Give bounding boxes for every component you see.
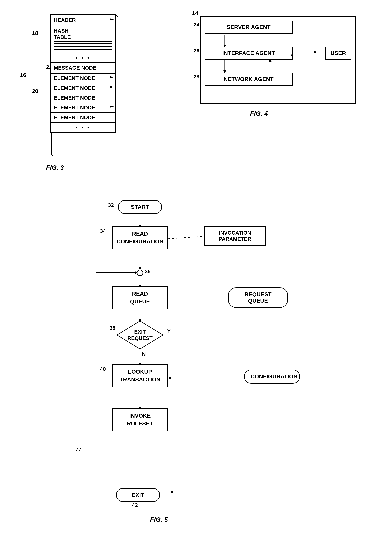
fig3-hash-table: HASH TABLE: [51, 26, 115, 54]
fig3-stack: HEADER HASH TABLE •: [50, 14, 116, 133]
svg-marker-12: [110, 106, 114, 108]
fig5-read-config: READCONFIGURATION: [112, 226, 168, 249]
svg-line-47: [164, 236, 210, 239]
svg-marker-14: [223, 45, 226, 48]
fig3-caption: FIG. 3: [46, 164, 64, 171]
fig5-caption: FIG. 5: [150, 516, 168, 523]
fig5-arrows: [40, 196, 350, 540]
brace-16: [25, 14, 35, 154]
label-36: 36: [145, 268, 151, 275]
label-28: 28: [194, 74, 200, 80]
label-26: 26: [194, 48, 200, 54]
label-42: 42: [132, 502, 138, 508]
svg-marker-53: [117, 321, 163, 349]
fig3-element-node-4: ELEMENT NODE: [51, 103, 115, 113]
fig3-element-node-1: ELEMENT NODE: [51, 74, 115, 83]
fig5-section: START 32 READCONFIGURATION 34 INVOCATION…: [40, 196, 350, 548]
fig5-lookup-transaction: LOOKUPTRANSACTION: [112, 364, 168, 387]
fig5-request-queue: REQUEST QUEUE: [228, 287, 288, 308]
fig5-start: START: [118, 200, 162, 214]
label-38: 38: [110, 325, 115, 331]
svg-marker-22: [290, 54, 293, 56]
svg-marker-52: [168, 377, 171, 379]
svg-marker-10: [110, 76, 114, 78]
svg-text:EXIT: EXIT: [134, 329, 146, 335]
fig3-dots-1: • • •: [51, 54, 115, 63]
fig5-invocation-param: INVOCATIONPARAMETER: [204, 226, 266, 246]
fig5-exit-request: EXIT REQUEST: [116, 320, 164, 351]
brace-20: [39, 68, 49, 144]
label-44: 44: [76, 447, 82, 453]
svg-marker-11: [110, 86, 114, 88]
label-24: 24: [194, 22, 200, 28]
fig3-dots-2: • • •: [51, 123, 115, 132]
label-32: 32: [108, 202, 114, 208]
fig4-caption: FIG. 4: [250, 110, 268, 117]
fig3-element-node-3: ELEMENT NODE: [51, 93, 115, 103]
svg-marker-16: [223, 70, 226, 73]
fig4-arrows: [200, 17, 355, 103]
label-14: 14: [192, 10, 198, 16]
svg-marker-20: [314, 51, 317, 54]
label-34: 34: [100, 228, 106, 234]
brace-18: [39, 21, 49, 63]
fig3-header: HEADER: [51, 15, 115, 26]
svg-marker-46: [171, 491, 173, 494]
fig5-n-label: N: [142, 351, 146, 357]
fig5-y-label: Y: [167, 328, 171, 334]
svg-marker-18: [269, 58, 272, 62]
fig5-read-queue: READQUEUE: [112, 286, 168, 309]
svg-text:REQUEST: REQUEST: [127, 335, 153, 341]
fig3-message-node: MESSAGE NODE: [51, 63, 115, 74]
fig3-element-node-5: ELEMENT NODE: [51, 113, 115, 123]
fig5-invoke-ruleset: INVOKERULESET: [112, 408, 168, 431]
fig5-configuration: CONFIGURATION: [244, 370, 300, 384]
svg-marker-9: [110, 18, 114, 20]
fig5-exit: EXIT: [116, 488, 160, 502]
fig5-junction-36: [137, 270, 143, 276]
fig4-outer-box: 24 26 28 SERVER AGENT USER INTERFACE AGE…: [200, 16, 356, 104]
fig3-element-node-2: ELEMENT NODE: [51, 83, 115, 93]
label-40: 40: [100, 366, 106, 372]
